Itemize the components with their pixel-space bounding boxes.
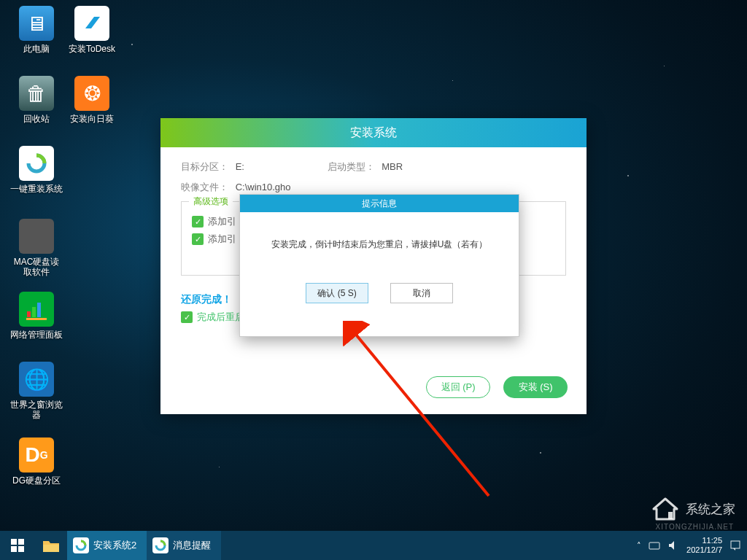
dialog-title: 提示信息 [362, 198, 397, 209]
monitor-icon: 🖥 [19, 6, 54, 41]
icon-label: DG硬盘分区 [10, 475, 63, 486]
network-icon [19, 292, 54, 327]
install-button[interactable]: 安装 (S) [503, 376, 568, 398]
svg-rect-2 [37, 303, 41, 317]
svg-rect-5 [668, 512, 673, 519]
check-icon: ✓ [181, 311, 193, 323]
system-tray: ˄ 11:25 2021/12/7 [631, 536, 747, 555]
app-icon [152, 537, 169, 553]
notification-icon[interactable] [729, 540, 741, 551]
desktop-icon-sunflower[interactable]: ❂ 安装向日葵 [66, 76, 118, 124]
desktop-icon-todesk[interactable]: 安装ToDesk [66, 6, 118, 54]
todesk-icon [74, 6, 109, 41]
boot-type-label: 启动类型： [328, 161, 375, 172]
svg-rect-7 [18, 539, 24, 545]
boot-type-value: MBR [382, 161, 403, 172]
taskbar-item-installer[interactable]: 安装系统2 [67, 531, 147, 560]
taskbar-clock[interactable]: 11:25 2021/12/7 [686, 536, 722, 555]
folder-icon [42, 538, 60, 553]
check-icon: ✓ [192, 216, 204, 228]
installer-title: 安装系统 [350, 126, 397, 139]
desktop-icon-this-pc[interactable]: 🖥 此电脑 [10, 6, 63, 54]
icon-label: 世界之窗浏览 器 [10, 400, 63, 420]
svg-rect-11 [649, 542, 659, 549]
cancel-button[interactable]: 取消 [390, 283, 453, 303]
svg-rect-0 [27, 311, 31, 317]
watermark-sub: XITONGZHIJIA.NET [656, 523, 735, 531]
clock-time: 11:25 [686, 536, 722, 545]
sunflower-icon: ❂ [74, 76, 109, 111]
clock-date: 2021/12/7 [686, 545, 722, 555]
icon-label: 一键重装系统 [10, 184, 63, 194]
image-file-value: C:\win10.gho [236, 182, 291, 192]
svg-rect-3 [26, 318, 47, 320]
advanced-legend: 高级选项 [189, 195, 233, 208]
image-file-label: 映像文件： [181, 182, 228, 192]
house-icon [651, 494, 680, 524]
keyboard-icon[interactable] [649, 540, 660, 551]
apple-icon [19, 219, 54, 254]
confirm-button[interactable]: 确认 (5 S) [306, 283, 368, 303]
watermark-text: 系统之家 [686, 501, 735, 518]
svg-rect-10 [43, 545, 59, 552]
checkbox-label: 添加引 [208, 215, 236, 228]
desktop-icon-browser[interactable]: 🌐 世界之窗浏览 器 [10, 362, 63, 420]
start-button[interactable] [0, 531, 35, 560]
desktop-icon-network-panel[interactable]: 网络管理面板 [10, 292, 63, 340]
volume-icon[interactable] [667, 540, 679, 551]
taskbar: 安装系统2 消息提醒 ˄ 11:25 2021/12/7 [0, 531, 747, 560]
desktop-icon-diskgenius[interactable]: DG DG硬盘分区 [10, 438, 63, 486]
target-partition-label: 目标分区： [181, 161, 228, 172]
tray-chevron-icon[interactable]: ˄ [637, 541, 641, 551]
icon-label: 此电脑 [10, 44, 63, 54]
svg-rect-9 [18, 546, 24, 552]
icon-label: 网络管理面板 [10, 330, 63, 340]
reinstall-icon [19, 146, 54, 181]
watermark: 系统之家 [651, 494, 735, 524]
icon-label: 安装向日葵 [66, 114, 118, 124]
target-partition-value: E: [236, 161, 244, 172]
taskbar-item-label: 安装系统2 [93, 539, 136, 552]
svg-rect-6 [11, 539, 17, 545]
icon-label: MAC硬盘读 取软件 [10, 257, 63, 277]
bin-icon: 🗑 [19, 76, 54, 111]
globe-icon: 🌐 [19, 362, 54, 397]
app-icon [73, 537, 89, 553]
dialog-message: 安装完成，倒计时结束后为您重启，请拔掉U盘（若有） [255, 238, 504, 251]
file-explorer-button[interactable] [35, 538, 67, 553]
dialog-titlebar[interactable]: 提示信息 [240, 195, 519, 212]
taskbar-item-label: 消息提醒 [173, 539, 211, 552]
installer-titlebar[interactable]: 安装系统 [160, 118, 587, 147]
svg-rect-1 [32, 307, 36, 317]
icon-label: 回收站 [10, 114, 63, 124]
back-button[interactable]: 返回 (P) [426, 376, 490, 398]
taskbar-item-notify[interactable]: 消息提醒 [147, 531, 221, 560]
desktop-icon-reinstall[interactable]: 一键重装系统 [10, 146, 63, 194]
prompt-dialog: 提示信息 安装完成，倒计时结束后为您重启，请拔掉U盘（若有） 确认 (5 S) … [239, 194, 519, 337]
desktop-icon-mac-disk[interactable]: MAC硬盘读 取软件 [10, 219, 63, 277]
svg-rect-8 [11, 546, 17, 552]
check-icon: ✓ [192, 233, 204, 245]
dg-icon: DG [19, 438, 54, 472]
desktop-icon-recycle-bin[interactable]: 🗑 回收站 [10, 76, 63, 124]
checkbox-label: 添加引 [208, 233, 236, 246]
svg-rect-12 [731, 541, 740, 548]
windows-icon [11, 539, 24, 552]
icon-label: 安装ToDesk [66, 44, 118, 54]
